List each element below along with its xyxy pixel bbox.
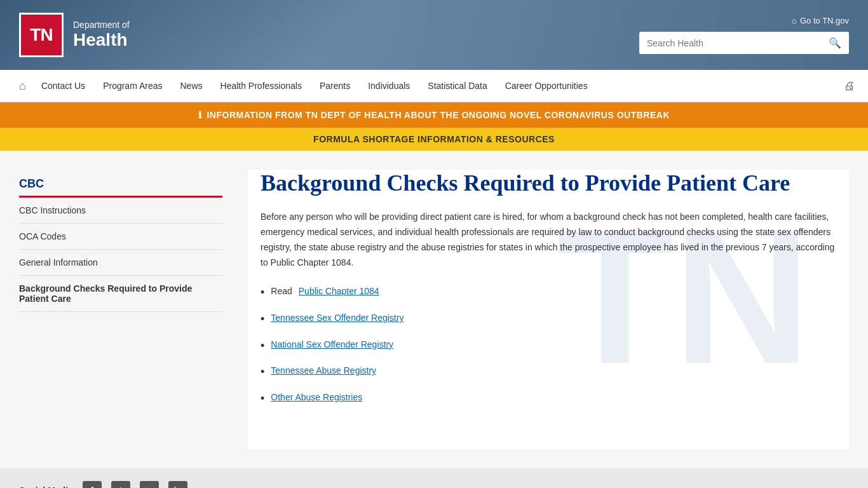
other-abuse-registries-link[interactable]: Other Abuse Registries — [271, 392, 362, 402]
formula-shortage-banner[interactable]: FORMULA SHORTAGE INFORMATION & RESOURCES — [0, 128, 868, 151]
sidebar-item-oca-codes[interactable]: OCA Codes — [19, 224, 222, 250]
social-media-label: Social Media — [19, 485, 73, 488]
main-container: CBC CBC Instructions OCA Codes General I… — [0, 151, 868, 468]
page-title: Background Checks Required to Provide Pa… — [261, 170, 836, 197]
footer: Social Media f t ▶ in — [0, 468, 868, 488]
public-chapter-link[interactable]: Public Chapter 1084 — [299, 286, 379, 296]
coronavirus-banner-text: INFORMATION FROM TN DEPT OF HEALTH ABOUT… — [207, 110, 670, 120]
tn-sex-offender-link[interactable]: Tennessee Sex Offender Registry — [271, 313, 403, 323]
header-right: ⌂ Go to TN.gov 🔍 — [639, 16, 849, 54]
search-bar: 🔍 — [639, 32, 849, 54]
coronavirus-banner[interactable]: ℹ INFORMATION FROM TN DEPT OF HEALTH ABO… — [0, 102, 868, 128]
nav-parents[interactable]: Parents — [311, 70, 359, 102]
sidebar: CBC CBC Instructions OCA Codes General I… — [19, 170, 222, 449]
links-list: Read Public Chapter 1084 Tennessee Sex O… — [261, 286, 836, 405]
dept-of-label: Department of — [73, 20, 130, 30]
youtube-icon[interactable]: ▶ — [140, 481, 159, 488]
go-to-tn-link[interactable]: ⌂ Go to TN.gov — [792, 16, 849, 25]
logo-area: TN Department of Health — [19, 13, 130, 57]
formula-shortage-text: FORMULA SHORTAGE INFORMATION & RESOURCES — [313, 134, 555, 144]
nav-health-professionals[interactable]: Health Professionals — [212, 70, 311, 102]
tn-abuse-registry-link[interactable]: Tennessee Abuse Registry — [271, 365, 376, 376]
search-button[interactable]: 🔍 — [821, 32, 849, 54]
dept-text: Department of Health — [73, 20, 130, 50]
search-input[interactable] — [639, 33, 821, 53]
health-label: Health — [73, 30, 130, 50]
info-icon: ℹ — [198, 110, 202, 120]
nav-news[interactable]: News — [172, 70, 212, 102]
nav-program-areas[interactable]: Program Areas — [94, 70, 171, 102]
national-sex-offender-link[interactable]: National Sex Offender Registry — [271, 339, 393, 349]
main-nav: ⌂ Contact Us Program Areas News Health P… — [0, 70, 868, 102]
sidebar-item-general-information[interactable]: General Information — [19, 250, 222, 276]
list-item-national-sex-offender: National Sex Offender Registry — [261, 339, 836, 353]
twitter-icon[interactable]: t — [111, 481, 130, 488]
nav-career-opportunities[interactable]: Career Opportunities — [496, 70, 597, 102]
list-item-public-chapter: Read Public Chapter 1084 — [261, 286, 836, 300]
nav-individuals[interactable]: Individuals — [359, 70, 419, 102]
site-header: TN Department of Health ⌂ Go to TN.gov 🔍 — [0, 0, 868, 70]
sidebar-item-background-checks[interactable]: Background Checks Required to Provide Pa… — [19, 276, 222, 312]
linkedin-icon[interactable]: in — [168, 481, 187, 488]
sidebar-item-cbc-instructions[interactable]: CBC Instructions — [19, 198, 222, 224]
nav-home-icon[interactable]: ⌂ — [13, 79, 32, 93]
list-item-tn-abuse-registry: Tennessee Abuse Registry — [261, 365, 836, 379]
tn-logo: TN — [19, 13, 64, 57]
nav-contact-us[interactable]: Contact Us — [32, 70, 94, 102]
nav-statistical-data[interactable]: Statistical Data — [419, 70, 496, 102]
sidebar-item-cbc[interactable]: CBC — [19, 170, 222, 198]
page-body: Before any person who will be providing … — [261, 210, 836, 270]
go-to-tn-text: Go to TN.gov — [800, 16, 849, 25]
facebook-icon[interactable]: f — [83, 481, 102, 488]
read-prefix: Read — [271, 286, 292, 296]
list-item-other-abuse: Other Abuse Registries — [261, 392, 836, 406]
print-icon[interactable]: 🖨 — [844, 79, 855, 93]
list-item-tn-sex-offender: Tennessee Sex Offender Registry — [261, 313, 836, 327]
page-content: Background Checks Required to Provide Pa… — [248, 170, 849, 405]
home-icon: ⌂ — [792, 16, 797, 25]
